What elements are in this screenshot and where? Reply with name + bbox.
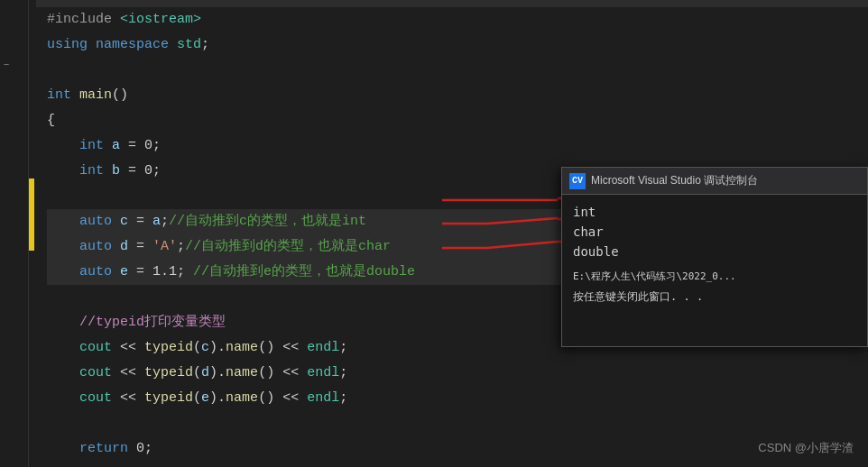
endl-d: endl bbox=[307, 361, 339, 386]
arg-d: d bbox=[201, 361, 209, 386]
semi14: ; bbox=[339, 335, 347, 361]
keyword-using: using bbox=[47, 32, 96, 58]
semicolon: ; bbox=[201, 32, 209, 58]
assign-d: = bbox=[128, 234, 152, 260]
include-lib: <iostream> bbox=[120, 7, 201, 32]
code-line-4: int main() bbox=[47, 83, 857, 108]
cout-e: cout bbox=[79, 386, 112, 411]
indent18 bbox=[47, 436, 79, 462]
semi15: ; bbox=[339, 361, 347, 386]
keyword-int-main: int bbox=[47, 83, 79, 108]
keyword-int-a: int bbox=[79, 133, 112, 159]
func-main: main bbox=[79, 83, 112, 108]
paren14b: ). bbox=[209, 335, 226, 361]
code-line-18: return 0; bbox=[47, 436, 857, 462]
code-line-3 bbox=[47, 58, 857, 83]
console-hint: 按任意键关闭此窗口. . . bbox=[573, 287, 856, 307]
cout-c: cout bbox=[79, 335, 112, 361]
paren16a: ( bbox=[193, 386, 201, 411]
indent10 bbox=[47, 234, 79, 260]
paren15b: ). bbox=[209, 361, 226, 386]
collapse-indicator[interactable]: − bbox=[0, 59, 13, 71]
code-editor: − #include <iostream> using namespace st… bbox=[0, 0, 868, 467]
preprocessor-hash: #include bbox=[47, 7, 120, 32]
name-e: name bbox=[226, 386, 258, 411]
endl-e: endl bbox=[307, 386, 339, 411]
main-parens: () bbox=[112, 83, 128, 108]
code-line-19: } bbox=[47, 462, 857, 467]
console-output-char: char bbox=[573, 222, 856, 242]
var-a: a bbox=[112, 133, 120, 159]
keyword-auto-c: auto bbox=[79, 209, 120, 234]
assign-c: = bbox=[128, 209, 152, 234]
var-d: d bbox=[120, 234, 128, 260]
console-output-double: double bbox=[573, 242, 856, 261]
return-val: 0; bbox=[136, 436, 152, 462]
indent11 bbox=[47, 260, 79, 285]
var-c: c bbox=[120, 209, 128, 234]
namespace-std: std bbox=[177, 32, 201, 58]
var-e: e bbox=[120, 260, 128, 285]
indent6 bbox=[47, 133, 79, 159]
comment-typeid: //typeid打印变量类型 bbox=[79, 310, 226, 335]
assign-e: = 1.1; bbox=[128, 260, 193, 285]
paren14a: ( bbox=[193, 335, 201, 361]
keyword-auto-d: auto bbox=[79, 234, 120, 260]
comment-d: //自动推到d的类型，也就是char bbox=[185, 234, 391, 260]
assign-a: = 0; bbox=[120, 133, 161, 159]
code-line-17 bbox=[47, 411, 857, 436]
console-output-int: int bbox=[573, 202, 856, 222]
indent7 bbox=[47, 159, 79, 184]
console-title: Microsoft Visual Studio 调试控制台 bbox=[591, 173, 860, 188]
highlight-bar bbox=[29, 179, 34, 251]
keyword-int-b: int bbox=[79, 159, 112, 184]
name-d: name bbox=[226, 361, 258, 386]
console-titlebar: CV Microsoft Visual Studio 调试控制台 bbox=[562, 168, 867, 195]
op14a: << bbox=[112, 335, 144, 361]
keyword-return: return bbox=[79, 436, 136, 462]
indent9 bbox=[47, 209, 79, 234]
endl-c: endl bbox=[307, 335, 339, 361]
indent16 bbox=[47, 386, 79, 411]
ref-a: a bbox=[152, 209, 161, 234]
call16: () << bbox=[258, 386, 307, 411]
op16a: << bbox=[112, 386, 144, 411]
indent14 bbox=[47, 335, 79, 361]
semi16: ; bbox=[339, 386, 347, 411]
watermark: CSDN @小唐学渣 bbox=[758, 440, 854, 456]
call15: () << bbox=[258, 361, 307, 386]
paren15a: ( bbox=[193, 361, 201, 386]
console-path: E:\程序人生\代码练习\2022_0... bbox=[573, 267, 856, 287]
console-body: int char double E:\程序人生\代码练习\2022_0... 按… bbox=[562, 195, 867, 314]
close-brace: } bbox=[47, 462, 55, 467]
cout-d: cout bbox=[79, 361, 112, 386]
comment-c: //自动推到c的类型，也就是int bbox=[169, 209, 366, 234]
typeid-d: typeid bbox=[144, 361, 193, 386]
console-app-icon: CV bbox=[569, 173, 586, 189]
semi-c: ; bbox=[161, 209, 169, 234]
typeid-c: typeid bbox=[144, 335, 193, 361]
call14: () << bbox=[258, 335, 307, 361]
code-line-15: cout << typeid(d).name() << endl; bbox=[47, 361, 857, 386]
typeid-e: typeid bbox=[144, 386, 193, 411]
paren16b: ). bbox=[209, 386, 226, 411]
comment-e: //自动推到e的类型，也就是double bbox=[193, 260, 415, 285]
char-literal: 'A' bbox=[152, 234, 177, 260]
semi-d: ; bbox=[177, 234, 185, 260]
code-line-2: using namespace std; bbox=[47, 32, 857, 58]
code-line-6: int a = 0; bbox=[47, 133, 857, 159]
assign-b: = 0; bbox=[120, 159, 161, 184]
keyword-auto-e: auto bbox=[79, 260, 120, 285]
code-line-5: { bbox=[47, 108, 857, 133]
indent15 bbox=[47, 361, 79, 386]
arg-c: c bbox=[201, 335, 209, 361]
keyword-namespace: namespace bbox=[96, 32, 177, 58]
op15a: << bbox=[112, 361, 144, 386]
code-line-1: #include <iostream> bbox=[47, 7, 857, 32]
arg-e: e bbox=[201, 386, 209, 411]
indent13 bbox=[47, 310, 79, 335]
console-window: CV Microsoft Visual Studio 调试控制台 int cha… bbox=[561, 167, 868, 347]
var-b: b bbox=[112, 159, 120, 184]
name-c: name bbox=[226, 335, 258, 361]
code-line-16: cout << typeid(e).name() << endl; bbox=[47, 386, 857, 411]
